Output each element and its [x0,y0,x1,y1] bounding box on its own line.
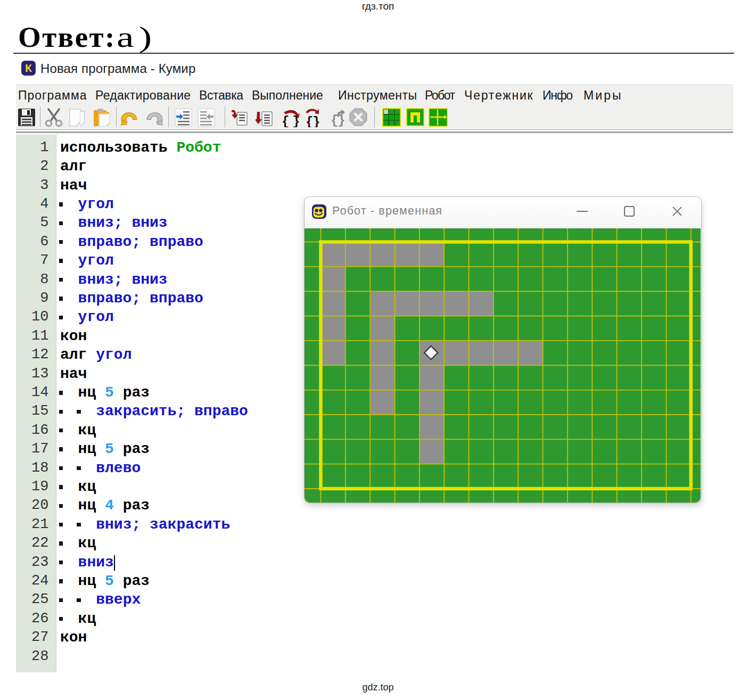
svg-text:{: { [282,114,289,127]
svg-text:}: } [292,114,300,127]
svg-text:}: } [313,115,320,127]
